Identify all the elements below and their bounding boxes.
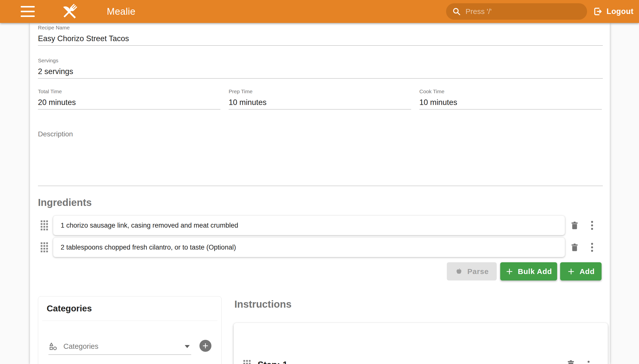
logout-icon: [593, 6, 602, 16]
recipe-name-field: Recipe Name Easy Chorizo Street Tacos: [38, 24, 603, 46]
instruction-step-card: Step: 1 Combine crumbled chorizo and chi…: [234, 323, 608, 364]
description-textarea[interactable]: [38, 140, 603, 186]
servings-input[interactable]: 2 servings: [38, 66, 603, 78]
recipe-editor-card: Recipe Name Easy Chorizo Street Tacos Se…: [30, 23, 610, 364]
recipe-name-label: Recipe Name: [38, 24, 603, 31]
step-title: Step: 1: [258, 360, 288, 364]
cook-time-field: Cook Time 10 minutes: [419, 88, 602, 110]
hamburger-icon: [21, 16, 35, 17]
total-time-field: Total Time 20 minutes: [38, 88, 221, 110]
ingredient-menu-button[interactable]: [590, 242, 594, 253]
delete-ingredient-button[interactable]: [570, 242, 579, 252]
prep-time-label: Prep Time: [229, 88, 411, 95]
plus-icon: [202, 342, 209, 349]
instructions-heading: Instructions: [234, 299, 292, 310]
app-title: Mealie: [107, 6, 136, 17]
search-input[interactable]: Press '/': [446, 3, 587, 20]
drag-handle-icon[interactable]: [41, 220, 48, 230]
fork-knife-crossed-icon: [61, 2, 79, 20]
logout-label: Logout: [606, 7, 633, 16]
kebab-icon: [591, 243, 593, 245]
ingredient-row: 2 tablespoons chopped fresh cilantro, or…: [38, 238, 603, 257]
prep-time-input[interactable]: 10 minutes: [229, 97, 411, 110]
categories-select[interactable]: Categories: [48, 341, 191, 355]
description-label: Description: [38, 130, 73, 138]
add-label: Add: [580, 267, 595, 276]
ingredient-row: 1 chorizo sausage link, casing removed a…: [38, 216, 603, 235]
parse-button[interactable]: Parse: [447, 262, 497, 280]
ingredients-heading: Ingredients: [38, 197, 92, 208]
prep-time-field: Prep Time 10 minutes: [229, 88, 411, 110]
drag-handle-icon[interactable]: [41, 242, 48, 252]
kebab-icon: [588, 361, 590, 363]
delete-ingredient-button[interactable]: [570, 221, 579, 230]
parse-label: Parse: [467, 267, 489, 276]
delete-step-button[interactable]: [566, 359, 576, 364]
total-time-label: Total Time: [38, 88, 221, 95]
ingredient-input[interactable]: 1 chorizo sausage link, casing removed a…: [53, 216, 565, 235]
servings-label: Servings: [38, 57, 603, 64]
divider: [42, 320, 218, 321]
plus-icon: [505, 268, 513, 276]
step-menu-button[interactable]: [587, 360, 591, 364]
ingredient-input[interactable]: 2 tablespoons chopped fresh cilantro, or…: [53, 238, 565, 257]
hamburger-icon: [21, 6, 35, 8]
add-category-button[interactable]: [199, 340, 211, 352]
recipe-name-input[interactable]: Easy Chorizo Street Tacos: [38, 33, 603, 46]
trash-icon: [570, 221, 579, 230]
drag-handle-icon[interactable]: [243, 360, 251, 364]
plus-icon: [567, 268, 575, 276]
bulk-add-button[interactable]: Bulk Add: [500, 262, 557, 280]
add-ingredient-button[interactable]: Add: [560, 262, 601, 280]
trash-icon: [566, 359, 576, 364]
categories-card: Categories Categories: [38, 296, 222, 364]
app-bar: Mealie Press '/' Logout: [0, 0, 639, 23]
bulk-add-label: Bulk Add: [518, 267, 552, 276]
search-placeholder: Press '/': [466, 7, 492, 16]
categories-title: Categories: [47, 304, 92, 314]
shapes-icon: [48, 342, 58, 351]
hamburger-icon: [21, 11, 35, 12]
categories-select-placeholder: Categories: [63, 342, 179, 350]
menu-button[interactable]: [21, 6, 35, 17]
caret-down-icon: [185, 345, 190, 348]
ingredient-menu-button[interactable]: [590, 220, 594, 231]
apple-icon: [455, 268, 463, 276]
cook-time-label: Cook Time: [419, 88, 602, 95]
cook-time-input[interactable]: 10 minutes: [419, 97, 602, 110]
logout-button[interactable]: Logout: [593, 0, 633, 23]
servings-field: Servings 2 servings: [38, 57, 603, 78]
search-icon: [452, 7, 461, 16]
kebab-icon: [591, 221, 593, 223]
total-time-input[interactable]: 20 minutes: [38, 97, 221, 110]
trash-icon: [570, 242, 579, 252]
